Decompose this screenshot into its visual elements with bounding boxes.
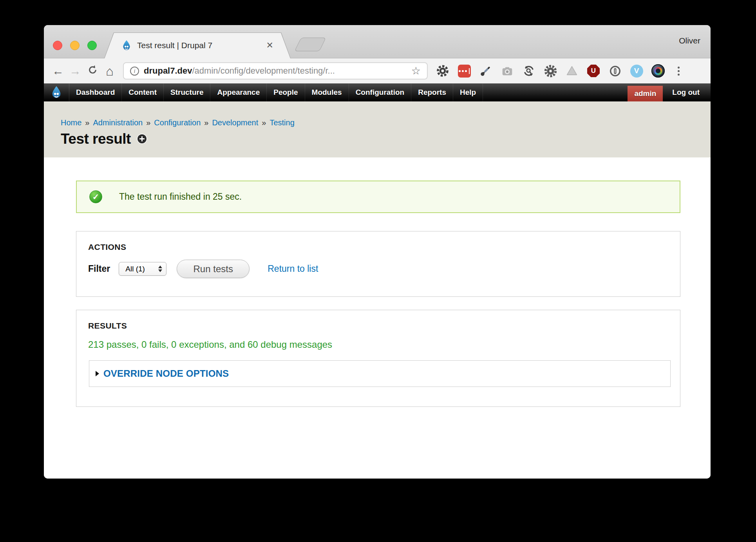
page-title: Test result (61, 132, 131, 146)
ublock-letter: U (591, 67, 596, 75)
return-to-list-link[interactable]: Return to list (268, 264, 318, 274)
status-ok-icon: ✓ (89, 190, 102, 203)
run-tests-button[interactable]: Run tests (177, 260, 250, 278)
breadcrumb-home[interactable]: Home (61, 118, 81, 127)
drive-icon[interactable] (565, 64, 579, 78)
breadcrumb-separator: » (262, 118, 266, 127)
page-content: ✓ The test run finished in 25 sec. ACTIO… (44, 157, 711, 479)
vimium-icon[interactable]: V (629, 64, 644, 78)
tab-strip: Test result | Drupal 7 ✕ Oliver (44, 25, 711, 58)
admin-menu-structure[interactable]: Structure (164, 83, 210, 101)
filter-select-value: All (1) (125, 265, 145, 273)
results-fieldset: RESULTS 213 passes, 0 fails, 0 exception… (76, 310, 680, 407)
admin-menu-configuration[interactable]: Configuration (349, 83, 412, 101)
results-summary: 213 passes, 0 fails, 0 exceptions, and 6… (88, 339, 668, 350)
admin-menu-modules[interactable]: Modules (305, 83, 349, 101)
breadcrumb-separator: » (146, 118, 150, 127)
vimium-letter: V (634, 67, 639, 75)
breadcrumb-separator: » (85, 118, 89, 127)
add-shortcut-icon[interactable] (137, 134, 146, 143)
override-node-options-label[interactable]: OVERRIDE NODE OPTIONS (103, 368, 229, 379)
status-message: ✓ The test run finished in 25 sec. (76, 181, 680, 213)
url-path: /admin/config/development/testing/r... (192, 66, 335, 76)
admin-menu-people[interactable]: People (267, 83, 305, 101)
new-tab-button[interactable] (294, 38, 326, 51)
page-header: Home » Administration » Configuration » … (44, 101, 711, 157)
tab-close-icon[interactable]: ✕ (266, 41, 273, 50)
drupal-logo-icon[interactable] (44, 83, 69, 101)
dark-gear-icon[interactable] (543, 64, 557, 78)
tab-title: Test result | Drupal 7 (137, 41, 212, 50)
minimize-window-button[interactable] (70, 41, 80, 50)
admin-menu: Dashboard Content Structure Appearance P… (69, 83, 483, 101)
gear-extension-icon[interactable] (436, 64, 450, 78)
profile-name[interactable]: Oliver (679, 36, 700, 45)
lens-icon[interactable] (651, 64, 665, 78)
admin-menu-appearance[interactable]: Appearance (210, 83, 267, 101)
close-window-button[interactable] (53, 41, 62, 50)
admin-menu-help[interactable]: Help (453, 83, 483, 101)
address-bar[interactable]: i drupal7.dev /admin/config/development/… (123, 62, 428, 79)
page-info-icon[interactable]: i (130, 67, 139, 76)
filter-select[interactable]: All (1) (119, 262, 166, 276)
active-tab[interactable]: Test result | Drupal 7 ✕ (104, 33, 291, 58)
breadcrumb-configuration[interactable]: Configuration (154, 118, 201, 127)
drupal-favicon (121, 40, 132, 51)
filter-label: Filter (88, 264, 110, 274)
breadcrumb-development[interactable]: Development (212, 118, 258, 127)
drupal-admin-toolbar: Dashboard Content Structure Appearance P… (44, 83, 711, 101)
actions-fieldset: ACTIONS Filter All (1) Run tests Return … (76, 231, 680, 297)
collapsed-arrow-icon (96, 371, 99, 376)
fullscreen-window-button[interactable] (87, 41, 97, 50)
bookmark-star-icon[interactable]: ☆ (411, 66, 421, 76)
select-arrows-icon (158, 266, 162, 272)
breadcrumb-administration[interactable]: Administration (93, 118, 143, 127)
home-icon[interactable]: ⌂ (101, 65, 118, 78)
lastpass-icon[interactable] (457, 64, 471, 78)
actions-legend: ACTIONS (88, 242, 668, 252)
results-legend: RESULTS (88, 321, 668, 331)
status-message-text: The test run finished in 25 sec. (119, 192, 242, 202)
logout-link[interactable]: Log out (663, 83, 711, 101)
admin-menu-content[interactable]: Content (122, 83, 164, 101)
breadcrumb-testing[interactable]: Testing (269, 118, 294, 127)
keyhole-icon[interactable] (608, 64, 622, 78)
browser-toolbar: ← → ⌂ i drupal7.dev /admin/config/develo… (44, 58, 711, 83)
back-icon[interactable]: ← (49, 65, 67, 77)
reload-icon[interactable] (84, 65, 101, 77)
extension-bar: U V (436, 64, 665, 78)
forward-icon[interactable]: → (67, 65, 84, 77)
traffic-lights (53, 41, 97, 50)
browser-window: Test result | Drupal 7 ✕ Oliver ← → ⌂ i … (44, 25, 711, 479)
camera-icon[interactable] (500, 64, 514, 78)
breadcrumb-separator: » (204, 118, 208, 127)
override-node-options-fieldset[interactable]: OVERRIDE NODE OPTIONS (89, 360, 671, 387)
check-glyph: ✓ (92, 193, 99, 201)
browser-menu-icon[interactable] (671, 67, 685, 76)
url-host: drupal7.dev (144, 66, 192, 76)
page-monitor-icon[interactable] (522, 64, 536, 78)
admin-menu-reports[interactable]: Reports (411, 83, 453, 101)
breadcrumb: Home » Administration » Configuration » … (61, 101, 711, 127)
eyedropper-icon[interactable] (479, 64, 493, 78)
ublock-icon[interactable]: U (586, 64, 600, 78)
admin-user-tab[interactable]: admin (628, 86, 663, 101)
admin-menu-dashboard[interactable]: Dashboard (69, 83, 122, 101)
